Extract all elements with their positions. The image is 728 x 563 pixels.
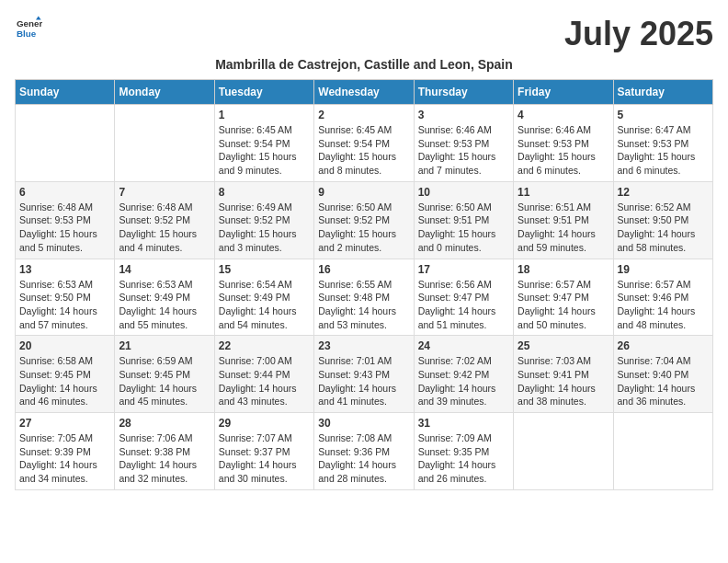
day-info: Sunrise: 7:09 AM Sunset: 9:35 PM Dayligh… <box>418 431 509 486</box>
day-info: Sunrise: 6:46 AM Sunset: 9:53 PM Dayligh… <box>518 123 609 178</box>
day-number: 23 <box>318 339 409 352</box>
day-info: Sunrise: 6:57 AM Sunset: 9:46 PM Dayligh… <box>618 278 709 332</box>
day-info: Sunrise: 6:54 AM Sunset: 9:49 PM Dayligh… <box>219 278 310 332</box>
day-number: 9 <box>318 186 409 199</box>
day-info: Sunrise: 6:48 AM Sunset: 9:52 PM Dayligh… <box>119 201 210 255</box>
calendar-cell: 25Sunrise: 7:03 AM Sunset: 9:41 PM Dayli… <box>514 336 613 413</box>
day-info: Sunrise: 6:53 AM Sunset: 9:50 PM Dayligh… <box>19 278 110 332</box>
day-header-friday: Friday <box>514 80 613 105</box>
calendar-cell: 24Sunrise: 7:02 AM Sunset: 9:42 PM Dayli… <box>414 336 513 413</box>
day-info: Sunrise: 7:06 AM Sunset: 9:38 PM Dayligh… <box>119 431 210 486</box>
day-info: Sunrise: 6:49 AM Sunset: 9:52 PM Dayligh… <box>219 201 310 255</box>
calendar-cell: 18Sunrise: 6:57 AM Sunset: 9:47 PM Dayli… <box>514 259 613 336</box>
day-header-monday: Monday <box>115 80 214 105</box>
calendar-cell: 16Sunrise: 6:55 AM Sunset: 9:48 PM Dayli… <box>314 259 414 336</box>
calendar-cell: 23Sunrise: 7:01 AM Sunset: 9:43 PM Dayli… <box>314 336 414 413</box>
day-number: 15 <box>219 263 310 276</box>
day-number: 10 <box>418 186 509 199</box>
day-number: 20 <box>19 339 110 352</box>
day-info: Sunrise: 7:02 AM Sunset: 9:42 PM Dayligh… <box>418 354 509 408</box>
day-number: 31 <box>418 417 509 430</box>
calendar-cell: 6Sunrise: 6:48 AM Sunset: 9:53 PM Daylig… <box>16 181 115 259</box>
calendar-body: 1Sunrise: 6:45 AM Sunset: 9:54 PM Daylig… <box>16 105 713 490</box>
calendar-cell <box>16 105 115 182</box>
day-info: Sunrise: 7:01 AM Sunset: 9:43 PM Dayligh… <box>318 354 409 408</box>
day-info: Sunrise: 7:00 AM Sunset: 9:44 PM Dayligh… <box>219 354 310 408</box>
day-header-sunday: Sunday <box>16 80 115 105</box>
day-number: 22 <box>219 339 310 352</box>
day-number: 4 <box>518 109 609 121</box>
day-info: Sunrise: 6:45 AM Sunset: 9:54 PM Dayligh… <box>219 123 310 178</box>
calendar-cell: 29Sunrise: 7:07 AM Sunset: 9:37 PM Dayli… <box>214 413 313 490</box>
calendar-week-1: 1Sunrise: 6:45 AM Sunset: 9:54 PM Daylig… <box>16 105 713 182</box>
day-info: Sunrise: 6:58 AM Sunset: 9:45 PM Dayligh… <box>19 354 110 408</box>
day-info: Sunrise: 6:59 AM Sunset: 9:45 PM Dayligh… <box>119 354 210 408</box>
day-info: Sunrise: 6:47 AM Sunset: 9:53 PM Dayligh… <box>618 123 709 178</box>
calendar-cell: 20Sunrise: 6:58 AM Sunset: 9:45 PM Dayli… <box>16 336 115 413</box>
day-header-saturday: Saturday <box>613 80 712 105</box>
day-info: Sunrise: 7:04 AM Sunset: 9:40 PM Dayligh… <box>618 354 709 408</box>
day-number: 12 <box>618 186 709 199</box>
calendar-cell <box>514 413 613 490</box>
calendar-cell: 22Sunrise: 7:00 AM Sunset: 9:44 PM Dayli… <box>214 336 313 413</box>
calendar-subtitle: Mambrilla de Castrejon, Castille and Leo… <box>15 57 713 72</box>
calendar-cell: 1Sunrise: 6:45 AM Sunset: 9:54 PM Daylig… <box>214 105 313 182</box>
calendar-cell: 2Sunrise: 6:45 AM Sunset: 9:54 PM Daylig… <box>314 105 414 182</box>
calendar-cell: 31Sunrise: 7:09 AM Sunset: 9:35 PM Dayli… <box>414 413 513 490</box>
day-number: 6 <box>19 186 110 199</box>
calendar-cell: 10Sunrise: 6:50 AM Sunset: 9:51 PM Dayli… <box>414 181 513 259</box>
calendar-cell: 17Sunrise: 6:56 AM Sunset: 9:47 PM Dayli… <box>414 259 513 336</box>
calendar-header-row: SundayMondayTuesdayWednesdayThursdayFrid… <box>16 80 713 105</box>
day-info: Sunrise: 6:51 AM Sunset: 9:51 PM Dayligh… <box>518 201 609 255</box>
day-number: 21 <box>119 339 210 352</box>
day-info: Sunrise: 6:50 AM Sunset: 9:51 PM Dayligh… <box>418 201 509 255</box>
day-number: 24 <box>418 339 509 352</box>
calendar-cell: 3Sunrise: 6:46 AM Sunset: 9:53 PM Daylig… <box>414 105 513 182</box>
calendar-week-3: 13Sunrise: 6:53 AM Sunset: 9:50 PM Dayli… <box>16 259 713 336</box>
day-number: 25 <box>518 339 609 352</box>
day-number: 13 <box>19 263 110 276</box>
day-number: 3 <box>418 109 509 121</box>
header: General Blue July 2025 <box>15 15 713 53</box>
day-info: Sunrise: 6:48 AM Sunset: 9:53 PM Dayligh… <box>19 201 110 255</box>
day-number: 14 <box>119 263 210 276</box>
day-number: 27 <box>19 417 110 430</box>
calendar-cell <box>115 105 214 182</box>
day-number: 5 <box>618 109 709 121</box>
calendar-week-5: 27Sunrise: 7:05 AM Sunset: 9:39 PM Dayli… <box>16 413 713 490</box>
calendar-cell: 8Sunrise: 6:49 AM Sunset: 9:52 PM Daylig… <box>214 181 313 259</box>
calendar-cell: 12Sunrise: 6:52 AM Sunset: 9:50 PM Dayli… <box>613 181 712 259</box>
calendar-cell: 9Sunrise: 6:50 AM Sunset: 9:52 PM Daylig… <box>314 181 414 259</box>
day-number: 16 <box>318 263 409 276</box>
calendar-table: SundayMondayTuesdayWednesdayThursdayFrid… <box>15 79 713 490</box>
day-info: Sunrise: 6:52 AM Sunset: 9:50 PM Dayligh… <box>618 201 709 255</box>
day-number: 2 <box>318 109 409 121</box>
day-number: 29 <box>219 417 310 430</box>
day-number: 18 <box>518 263 609 276</box>
day-number: 11 <box>518 186 609 199</box>
day-info: Sunrise: 6:57 AM Sunset: 9:47 PM Dayligh… <box>518 278 609 332</box>
day-number: 8 <box>219 186 310 199</box>
calendar-cell: 15Sunrise: 6:54 AM Sunset: 9:49 PM Dayli… <box>214 259 313 336</box>
day-number: 30 <box>318 417 409 430</box>
calendar-cell: 7Sunrise: 6:48 AM Sunset: 9:52 PM Daylig… <box>115 181 214 259</box>
calendar-cell: 19Sunrise: 6:57 AM Sunset: 9:46 PM Dayli… <box>613 259 712 336</box>
calendar-cell: 11Sunrise: 6:51 AM Sunset: 9:51 PM Dayli… <box>514 181 613 259</box>
day-info: Sunrise: 7:03 AM Sunset: 9:41 PM Dayligh… <box>518 354 609 408</box>
day-number: 17 <box>418 263 509 276</box>
calendar-cell: 14Sunrise: 6:53 AM Sunset: 9:49 PM Dayli… <box>115 259 214 336</box>
day-info: Sunrise: 7:07 AM Sunset: 9:37 PM Dayligh… <box>219 431 310 486</box>
day-number: 26 <box>618 339 709 352</box>
calendar-week-4: 20Sunrise: 6:58 AM Sunset: 9:45 PM Dayli… <box>16 336 713 413</box>
day-header-tuesday: Tuesday <box>214 80 313 105</box>
day-number: 28 <box>119 417 210 430</box>
logo-icon: General Blue <box>17 15 42 40</box>
day-info: Sunrise: 6:45 AM Sunset: 9:54 PM Dayligh… <box>318 123 409 178</box>
calendar-cell: 4Sunrise: 6:46 AM Sunset: 9:53 PM Daylig… <box>514 105 613 182</box>
calendar-cell: 27Sunrise: 7:05 AM Sunset: 9:39 PM Dayli… <box>16 413 115 490</box>
day-info: Sunrise: 6:46 AM Sunset: 9:53 PM Dayligh… <box>418 123 509 178</box>
calendar-cell: 26Sunrise: 7:04 AM Sunset: 9:40 PM Dayli… <box>613 336 712 413</box>
day-number: 19 <box>618 263 709 276</box>
day-info: Sunrise: 6:55 AM Sunset: 9:48 PM Dayligh… <box>318 278 409 332</box>
day-info: Sunrise: 6:56 AM Sunset: 9:47 PM Dayligh… <box>418 278 509 332</box>
